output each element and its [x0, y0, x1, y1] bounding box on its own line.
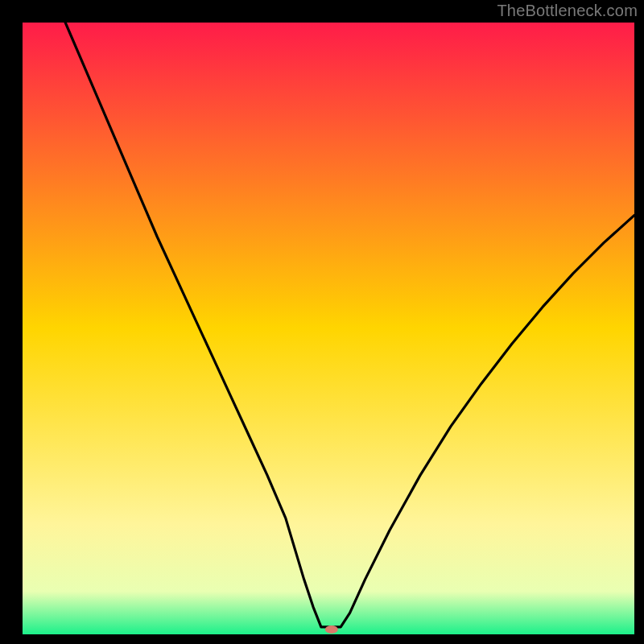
watermark-text: TheBottleneck.com — [497, 2, 638, 20]
ideal-marker — [325, 625, 338, 634]
chart-svg — [23, 23, 634, 634]
plot-area — [23, 23, 634, 634]
chart-background — [23, 23, 634, 634]
chart-frame: TheBottleneck.com — [0, 0, 644, 644]
